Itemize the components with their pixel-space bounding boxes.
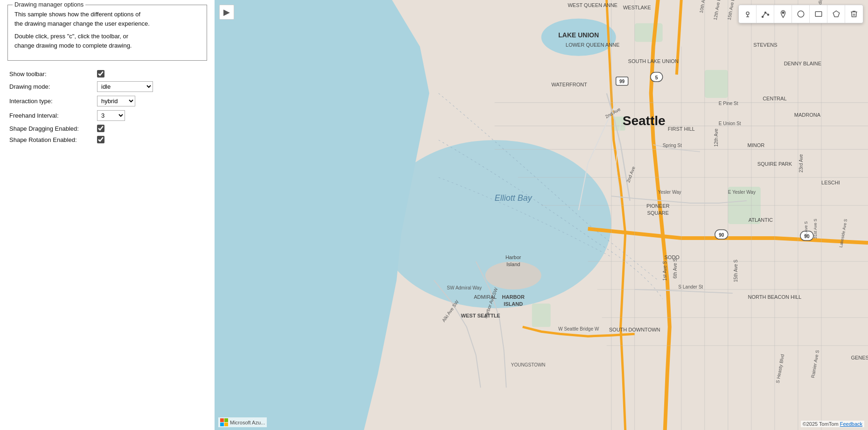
- drawing-mode-label: Drawing mode:: [9, 83, 93, 90]
- svg-marker-102: [833, 11, 840, 17]
- show-toolbar-label: Show toolbar:: [9, 70, 93, 78]
- svg-text:Seattle: Seattle: [623, 113, 666, 128]
- marker-tool-button[interactable]: [774, 5, 792, 23]
- map-svg: 5 99 90 90: [215, 0, 868, 430]
- svg-text:ATLANTIC: ATLANTIC: [749, 217, 773, 223]
- map-copyright: ©2025 TomTom Feedback: [801, 421, 864, 427]
- circle-tool-button[interactable]: [792, 5, 810, 23]
- svg-point-98: [767, 14, 769, 15]
- svg-text:WESTLAKE: WESTLAKE: [623, 5, 651, 10]
- svg-text:MADRONA: MADRONA: [794, 112, 821, 118]
- svg-text:90: 90: [719, 233, 724, 238]
- svg-text:5: 5: [655, 75, 658, 80]
- ms-square-blue: [220, 423, 224, 426]
- svg-text:Yesler Way: Yesler Way: [658, 190, 681, 195]
- map-nav: ▶: [219, 5, 234, 21]
- microsoft-logo: Microsoft Azu...: [218, 417, 267, 427]
- svg-rect-101: [815, 12, 822, 17]
- svg-text:MINOR: MINOR: [747, 142, 764, 148]
- svg-text:31st Ave S: 31st Ave S: [813, 219, 818, 239]
- interaction-type-select[interactable]: hybrid freehand click: [97, 96, 135, 106]
- drawing-toolbar: [738, 5, 863, 23]
- svg-text:Spring St: Spring St: [663, 143, 682, 148]
- svg-rect-9: [705, 70, 728, 98]
- show-toolbar-checkbox[interactable]: [97, 70, 104, 78]
- svg-text:SQUIRE PARK: SQUIRE PARK: [757, 161, 792, 167]
- shape-rotation-row: Shape Rotation Enabled:: [9, 136, 207, 143]
- svg-text:Elliott Bay: Elliott Bay: [494, 193, 532, 203]
- options-title: Drawing manager options: [13, 1, 85, 8]
- svg-text:SW Admiral Way: SW Admiral Way: [447, 285, 482, 290]
- svg-text:Harbor: Harbor: [506, 254, 521, 260]
- svg-text:WEST QUEEN ANNE: WEST QUEEN ANNE: [568, 2, 618, 8]
- map-navigate-button[interactable]: ▶: [219, 5, 234, 20]
- left-panel: Drawing manager options This sample show…: [0, 0, 215, 430]
- desc-line3: Double click, press "c", click the toolb…: [14, 33, 128, 40]
- svg-text:LOWER QUEEN ANNE: LOWER QUEEN ANNE: [566, 42, 620, 48]
- desc-line4: change drawing mode to complete drawing.: [14, 42, 132, 49]
- svg-text:GENESEE: GENESEE: [851, 355, 868, 360]
- svg-text:SQUARE: SQUARE: [647, 210, 668, 216]
- svg-text:S Lander St: S Lander St: [678, 284, 703, 289]
- svg-text:SOUTH DOWNTOWN: SOUTH DOWNTOWN: [609, 327, 660, 332]
- freehand-interval-select[interactable]: 1 2 3 4 5: [97, 110, 125, 121]
- delete-tool-button[interactable]: [845, 5, 863, 23]
- svg-rect-8: [635, 23, 663, 42]
- drawing-mode-select[interactable]: idle draw-line draw-polygon draw-rectang…: [97, 81, 153, 92]
- svg-text:CENTRAL: CENTRAL: [763, 96, 786, 101]
- svg-point-97: [764, 12, 766, 14]
- svg-text:99: 99: [619, 79, 625, 84]
- ms-square-yellow: [224, 423, 228, 426]
- svg-text:ISLAND: ISLAND: [504, 301, 523, 307]
- svg-text:SOUTH LAKE UNION: SOUTH LAKE UNION: [628, 58, 679, 64]
- svg-text:1st Ave S: 1st Ave S: [662, 261, 667, 281]
- svg-text:LESCHI: LESCHI: [821, 180, 840, 185]
- svg-text:6th Ave S: 6th Ave S: [673, 258, 678, 278]
- svg-text:W Seattle Bridge W: W Seattle Bridge W: [558, 326, 599, 331]
- desc-line1: This sample shows how the different opti…: [14, 11, 140, 18]
- line-tool-button[interactable]: [757, 5, 774, 23]
- svg-text:15th Ave S: 15th Ave S: [733, 260, 738, 282]
- drawing-mode-row: Drawing mode: idle draw-line draw-polygo…: [9, 81, 207, 92]
- svg-text:FIRST HILL: FIRST HILL: [668, 126, 695, 132]
- copyright-text: ©2025 TomTom: [803, 421, 839, 427]
- ms-square-green: [224, 418, 228, 422]
- polygon-tool-button[interactable]: [827, 5, 845, 23]
- svg-text:PIONEER: PIONEER: [646, 203, 670, 209]
- options-description: This sample shows how the different opti…: [14, 10, 200, 50]
- ms-squares-icon: [220, 418, 228, 426]
- show-toolbar-row: Show toolbar:: [9, 70, 207, 78]
- controls-section: Show toolbar: Drawing mode: idle draw-li…: [7, 70, 207, 143]
- svg-text:HARBOR: HARBOR: [502, 294, 524, 300]
- shape-dragging-label: Shape Dragging Enabled:: [9, 125, 93, 132]
- svg-point-99: [782, 12, 784, 14]
- svg-text:NORTH BEACON HILL: NORTH BEACON HILL: [748, 294, 801, 300]
- svg-text:12th Ave: 12th Ave: [714, 128, 719, 147]
- svg-text:E Pine St: E Pine St: [719, 101, 738, 106]
- feedback-link[interactable]: Feedback: [840, 421, 862, 427]
- svg-text:23rd Ave: 23rd Ave: [799, 154, 804, 173]
- point-tool-button[interactable]: [739, 5, 757, 23]
- options-box: Drawing manager options This sample show…: [7, 5, 207, 61]
- map-container[interactable]: 5 99 90 90: [215, 0, 868, 430]
- ms-logo-text: Microsoft Azu...: [230, 420, 265, 425]
- svg-text:E Union St: E Union St: [719, 121, 741, 126]
- svg-text:Island: Island: [507, 261, 520, 267]
- rectangle-tool-button[interactable]: [810, 5, 827, 23]
- desc-line2: the drawing manager change the user expe…: [14, 20, 150, 27]
- svg-point-96: [762, 16, 763, 18]
- shape-dragging-row: Shape Dragging Enabled:: [9, 125, 207, 132]
- svg-point-100: [798, 11, 804, 17]
- freehand-interval-row: Freehand Interval: 1 2 3 4 5: [9, 110, 207, 121]
- shape-rotation-checkbox[interactable]: [97, 136, 104, 143]
- svg-text:WEST SEATTLE: WEST SEATTLE: [461, 313, 500, 318]
- shape-rotation-label: Shape Rotation Enabled:: [9, 136, 93, 143]
- shape-dragging-checkbox[interactable]: [97, 125, 104, 132]
- svg-text:WATERFRONT: WATERFRONT: [551, 82, 587, 87]
- svg-text:YOUNGSTOWN: YOUNGSTOWN: [511, 362, 546, 367]
- svg-text:E Yesler Way: E Yesler Way: [728, 190, 756, 195]
- svg-text:S Ave S: S Ave S: [804, 221, 808, 236]
- ms-square-red: [220, 418, 224, 422]
- svg-text:LAKE UNION: LAKE UNION: [558, 31, 599, 39]
- interaction-type-row: Interaction type: hybrid freehand click: [9, 96, 207, 106]
